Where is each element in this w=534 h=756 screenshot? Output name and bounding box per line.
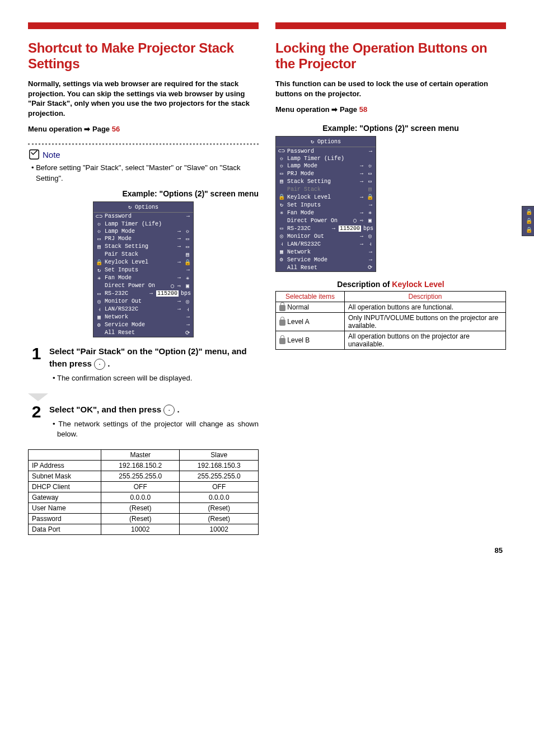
table-header: Slave [180, 450, 259, 461]
svg-rect-0 [30, 150, 39, 159]
step-number: 1 [28, 345, 45, 389]
step-divider-icon [28, 393, 48, 401]
step-1-title: Select "Pair Stack" on the "Option (2)" … [49, 346, 247, 368]
osd-row: ⚙Service Mode→ [93, 321, 193, 329]
table-header: Description [345, 292, 506, 302]
table-row: DHCP ClientOFFOFF [29, 482, 259, 492]
osd-row: ▤Stack Setting→▭ [93, 243, 193, 251]
osd-row: Pair Stack▤ [276, 185, 376, 193]
table-cell: (Reset) [180, 514, 259, 524]
menu-operation-right: Menu operation ➡ Page 58 [275, 105, 506, 114]
table-header: Selectable items [276, 292, 345, 302]
osd-row: Direct Power On◯⇨▣ [276, 217, 376, 224]
section-divider [28, 22, 259, 29]
network-settings-table: MasterSlave IP Address192.168.150.2192.1… [28, 449, 259, 535]
page-number: 85 [28, 546, 506, 555]
note-bullet: Before setting "Pair Stack", select "Mas… [36, 163, 259, 183]
table-row: Password(Reset)(Reset) [29, 514, 259, 524]
keylock-popup-item: 🔒Normal [522, 208, 534, 217]
lock-icon [279, 305, 285, 311]
right-intro: This function can be used to lock the us… [275, 79, 506, 98]
table-cell: 192.168.150.2 [101, 461, 180, 471]
osd-row: ✳Fan Mode→✳ [276, 209, 376, 217]
table-cell: 0.0.0.0 [101, 492, 180, 503]
osd-row: ↻Set Inputs→ [276, 201, 376, 209]
table-cell: DHCP Client [29, 482, 101, 492]
step-number: 2 [28, 403, 45, 445]
osd-row: ☼Lamp Mode→☼ [276, 162, 376, 170]
step-2-title: Select "OK", and then press • . [49, 405, 180, 414]
right-title: Locking the Operation Buttons on the Pro… [275, 40, 506, 71]
osd-screenshot-left: ↻ Options ⊂⊃Password→☼Lamp Timer (Life)☼… [93, 201, 194, 337]
osd-row: ▦Network→ [93, 313, 193, 321]
table-cell: OFF [180, 482, 259, 492]
menu-operation-left: Menu operation ➡ Page 56 [28, 125, 259, 133]
osd-row: ☼Lamp Mode→☼ [93, 228, 193, 235]
osd-row: ⚙Service Mode→ [276, 256, 376, 264]
osd-row: ↻Set Inputs→ [93, 266, 193, 274]
table-cell: Level A [276, 313, 345, 331]
left-intro: Normally, settings via web browser are r… [28, 79, 259, 118]
note-icon [28, 148, 40, 161]
table-cell: 10002 [180, 524, 259, 535]
table-row: Subnet Mask255.255.255.0255.255.255.0 [29, 471, 259, 482]
lock-icon [279, 320, 285, 326]
table-cell: 255.255.255.0 [101, 471, 180, 482]
osd-row: ◎Monitor Out→◎ [93, 298, 193, 306]
osd-row: All Reset⟳ [93, 329, 193, 337]
table-cell: User Name [29, 503, 101, 514]
table-cell: IP Address [29, 461, 101, 471]
example-label-left: Example: "Options (2)" screen menu [28, 189, 259, 198]
table-cell: Level B [276, 331, 345, 350]
enter-icon: • [163, 405, 175, 416]
table-header [29, 450, 101, 461]
example-label-right: Example: "Options (2)" screen menu [275, 124, 506, 133]
step-2-bullet: The network settings of the projector wi… [57, 419, 259, 439]
enter-icon: • [94, 359, 105, 370]
osd-row: ▭PRJ Mode→▭ [93, 235, 193, 243]
table-cell: Password [29, 514, 101, 524]
dotted-separator [28, 143, 259, 145]
osd-row: ▦Network→ [276, 248, 376, 256]
note-label: Note [43, 150, 60, 159]
table-cell: All operation buttons on the projector a… [345, 331, 506, 350]
osd-row: ⊂⊃Password→ [93, 213, 193, 220]
note-heading: Note [28, 148, 259, 161]
osd-row: All Reset⟳ [276, 264, 376, 271]
table-cell: 0.0.0.0 [180, 492, 259, 503]
keylock-level-table: Selectable itemsDescription NormalAll op… [275, 291, 506, 350]
page-ref: 56 [112, 125, 120, 133]
osd-row: ▭RS-232C→115200bps [93, 290, 193, 298]
osd-row: ▭RS-232C→115200bps [276, 224, 376, 232]
table-row: Data Port1000210002 [29, 524, 259, 535]
svg-marker-1 [28, 393, 48, 401]
lock-icon [279, 338, 285, 344]
table-cell: Gateway [29, 492, 101, 503]
osd-row: ⊂⊃Password→ [276, 147, 376, 155]
arrow-icon: ➡ [84, 125, 92, 133]
table-row: User Name(Reset)(Reset) [29, 503, 259, 514]
table-cell: Normal [276, 302, 345, 313]
table-cell: 192.168.150.3 [180, 461, 259, 471]
keylock-popup-item: 🔒Level A [522, 217, 534, 226]
osd-row: 🔒Keylock Level→🔒 [276, 193, 376, 201]
table-cell: Only INPUT/VOLUME buttons on the project… [345, 313, 506, 331]
step-1-bullet: The confirmation screen will be displaye… [57, 373, 259, 383]
osd-row: ☼Lamp Timer (Life) [93, 220, 193, 228]
table-cell: All operation buttons are functional. [345, 302, 506, 313]
left-title: Shortcut to Make Projector Stack Setting… [28, 40, 259, 71]
table-row: Level AOnly INPUT/VOLUME buttons on the … [276, 313, 506, 331]
osd-row: ▭PRJ Mode→▭ [276, 170, 376, 177]
table-cell: (Reset) [180, 503, 259, 514]
table-cell: Data Port [29, 524, 101, 535]
table-cell: 255.255.255.0 [180, 471, 259, 482]
page-ref: 58 [359, 105, 367, 114]
keylock-popup-item: 🔒Level B [522, 226, 534, 234]
osd-row: Direct Power On◯⇨▣ [93, 282, 193, 290]
section-divider [275, 22, 506, 29]
osd-row: ▤Stack Setting→▭ [276, 177, 376, 185]
osd-screenshot-right: ↻ Options ⊂⊃Password→☼Lamp Timer (Life)☼… [275, 136, 376, 272]
arrow-icon: ➡ [331, 105, 340, 114]
step-1: 1 Select "Pair Stack" on the "Option (2)… [28, 345, 259, 389]
table-cell: (Reset) [101, 503, 180, 514]
